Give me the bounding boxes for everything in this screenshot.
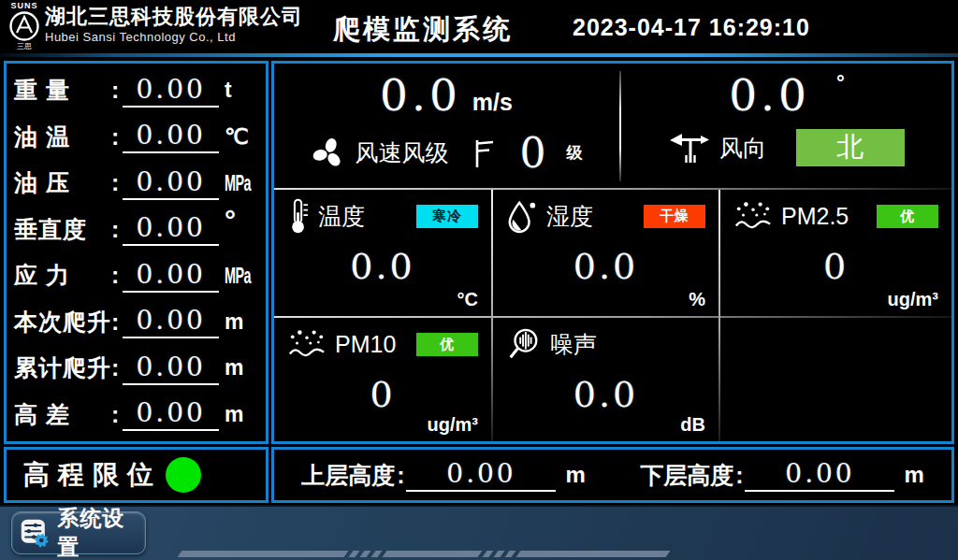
metrics-panel: 重 量: 0.00 t 油 温: 0.00 ℃ 油 压: 0.00 MPa 垂直… (4, 61, 269, 444)
metric-row-oil-pressure: 油 压: 0.00 MPa (14, 160, 258, 207)
sensor-unit: % (689, 289, 705, 310)
header: SUNS 三思 湖北三思科技股份有限公司 Hubei Sansi Technol… (0, 0, 958, 53)
lower-height-group: 下层高度 : 0.00 m (613, 458, 951, 492)
sensor-name: 温度 (318, 201, 365, 232)
company-name-cn: 湖北三思科技股份有限公司 (45, 5, 303, 29)
metric-row-stress: 应 力: 0.00 MPa (14, 252, 258, 299)
lower-height-unit: m (904, 462, 923, 488)
metric-value: 0.00 (123, 305, 219, 338)
metric-unit: MPa (225, 263, 245, 289)
wind-vane-icon (669, 130, 710, 165)
thermometer-icon (287, 197, 310, 235)
wind-direction-badge: 北 (796, 129, 905, 166)
sensor-cell-temperature: 温度 寒冷 0.0 °C (274, 190, 491, 316)
metric-value: 0.00 (123, 352, 219, 385)
metric-value: 0.00 (123, 397, 219, 431)
dust-icon (733, 200, 773, 232)
wind-speed-label: 风速风级 (356, 137, 449, 168)
metric-row-verticality: 垂直度: 0.00 ° (14, 207, 258, 253)
elevation-limit-label: 高程限位 (23, 457, 162, 493)
page-title: 爬模监测系统 (333, 11, 513, 49)
fan-icon (311, 136, 346, 171)
upper-height-unit: m (565, 462, 585, 488)
status-badge: 干燥 (644, 205, 705, 228)
wind-speed-section: 0.0 m/s 风速风级 0 级 (274, 64, 618, 188)
settings-sliders-icon (20, 516, 50, 550)
sensor-cell-noise: 噪声 0.0 dB (493, 318, 718, 441)
system-settings-label: 系统设置 (57, 504, 138, 560)
system-settings-button[interactable]: 系统设置 (11, 511, 146, 554)
footer-decoration (180, 551, 668, 557)
company-name-en: Hubei Sansi Technology Co., Ltd (45, 29, 303, 46)
wind-direction-unit: ° (836, 71, 845, 95)
sensor-value: 0 (287, 374, 478, 415)
gear-icon (36, 535, 47, 546)
sensor-value: 0.0 (506, 374, 705, 415)
metric-label: 高 差 (14, 399, 111, 430)
metric-value: 0.00 (123, 74, 219, 108)
dust-icon (287, 328, 327, 360)
metric-row-total-climb: 累计爬升: 0.00 m (14, 345, 258, 392)
status-badge: 优 (416, 333, 478, 356)
metric-unit: m (225, 402, 258, 427)
metric-row-weight: 重 量: 0.00 t (14, 67, 258, 114)
upper-height-group: 上层高度 : 0.00 m (274, 458, 613, 492)
metric-unit: t (225, 78, 258, 103)
logo-text-bottom: 三思 (7, 42, 41, 50)
sensor-unit: °C (457, 289, 478, 310)
droplet-icon (506, 198, 538, 234)
metric-label: 累计爬升 (14, 352, 111, 383)
status-badge: 优 (877, 205, 938, 228)
wind-level-unit: 级 (567, 142, 583, 164)
metric-label: 重 量 (14, 75, 111, 106)
sensor-name: 噪声 (550, 329, 597, 360)
wind-direction-label: 风向 (719, 133, 766, 164)
divider (619, 71, 621, 181)
sensor-cell-humidity: 湿度 干燥 0.0 % (493, 190, 718, 316)
sensor-unit: ug/m³ (888, 289, 938, 310)
lower-height-label: 下层高度 (640, 460, 733, 491)
sensor-cell-pm25: PM2.5 优 0 ug/m³ (720, 190, 951, 316)
sensor-unit: dB (680, 414, 705, 436)
metric-unit: MPa (225, 170, 245, 196)
environment-panel: 0.0 m/s 风速风级 0 级 0.0 ° (271, 61, 954, 444)
footer-bar: 系统设置 (0, 505, 958, 560)
metric-unit: ° (225, 216, 258, 225)
metric-value: 0.00 (123, 166, 219, 200)
metric-value: 0.00 (123, 120, 219, 153)
metric-label: 垂直度 (14, 214, 111, 245)
sensor-cell-pm10: PM10 优 0 ug/m³ (274, 318, 491, 441)
sensor-cell-empty (720, 318, 951, 441)
metric-row-height-diff: 高 差: 0.00 m (14, 392, 258, 438)
header-divider (0, 53, 958, 57)
metric-value: 0.00 (123, 212, 219, 246)
metric-row-current-climb: 本次爬升: 0.00 m (14, 299, 258, 346)
upper-height-label: 上层高度 (301, 460, 395, 491)
sensor-name: PM10 (335, 331, 396, 358)
noise-icon (506, 326, 542, 362)
wind-speed-value: 0.0 (380, 69, 461, 121)
datetime-display: 2023-04-17 16:29:10 (573, 14, 810, 41)
sensor-name: 湿度 (546, 201, 593, 232)
elevation-limit-panel: 高程限位 (4, 447, 269, 503)
sensor-unit: ug/m³ (428, 414, 478, 436)
metric-unit: m (225, 355, 258, 381)
metric-label: 油 压 (14, 167, 111, 198)
metric-unit: m (225, 309, 258, 335)
wind-level-icon (472, 136, 496, 170)
sensor-value: 0.0 (287, 246, 478, 287)
elevation-limit-status-light (166, 457, 201, 493)
company-names: 湖北三思科技股份有限公司 Hubei Sansi Technology Co.,… (45, 5, 303, 46)
logo-icon (8, 10, 40, 42)
heights-panel: 上层高度 : 0.00 m 下层高度 : 0.00 m (271, 447, 954, 503)
sensor-name: PM2.5 (781, 203, 849, 230)
upper-height-value: 0.00 (406, 458, 556, 492)
wind-direction-section: 0.0 ° 风向 北 (622, 64, 951, 188)
metric-label: 本次爬升 (14, 307, 111, 337)
metric-unit: ℃ (225, 124, 258, 150)
company-logo: SUNS 三思 (7, 1, 41, 52)
metric-label: 油 温 (14, 122, 111, 152)
wind-level-value: 0 (520, 129, 546, 177)
lower-height-value: 0.00 (745, 458, 894, 492)
logo-text-top: SUNS (7, 1, 41, 10)
